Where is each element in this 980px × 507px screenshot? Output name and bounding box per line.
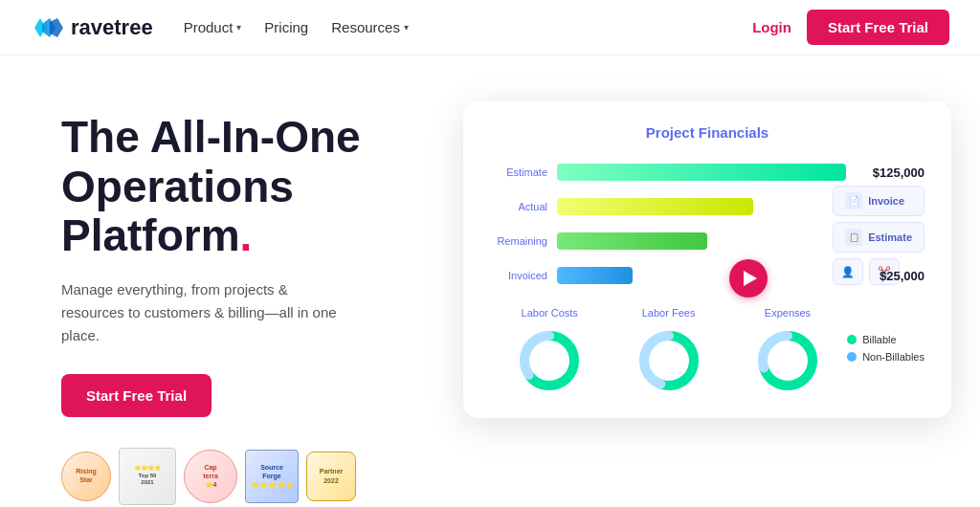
logo[interactable]: ravetree xyxy=(31,14,153,41)
actual-bar-wrap xyxy=(557,198,846,215)
legend-billable: Billable xyxy=(847,334,924,345)
labor-costs-donut: Labor Costs xyxy=(490,307,609,395)
chevron-down-icon: ▾ xyxy=(404,22,409,33)
estimate-value: $125,000 xyxy=(856,165,924,180)
invoice-button[interactable]: 📄 Invoice xyxy=(833,186,924,216)
remaining-label: Remaining xyxy=(490,235,547,247)
invoiced-label: Invoiced xyxy=(490,270,547,281)
badge-partner: Partner2022 xyxy=(306,452,356,501)
hero-right: Project Financials 📄 Invoice 📋 Estimate … xyxy=(463,101,951,418)
labor-fees-label: Labor Fees xyxy=(642,307,696,319)
badge-capterra: Capterra⭐4 xyxy=(184,450,237,503)
hero-subtitle: Manage everything, from projects & resou… xyxy=(61,278,348,347)
navbar: ravetree Product ▾ Pricing Resources ▾ L… xyxy=(0,0,980,55)
badge-rising-star: RisingStar xyxy=(61,452,111,501)
nav-resources[interactable]: Resources ▾ xyxy=(331,19,409,35)
dashboard-card: Project Financials 📄 Invoice 📋 Estimate … xyxy=(463,101,951,418)
nonbillable-dot xyxy=(847,352,857,362)
estimate-row: Estimate $125,000 xyxy=(490,160,924,185)
logo-icon xyxy=(31,14,65,41)
invoiced-value: $25,000 xyxy=(856,269,924,283)
actual-bar xyxy=(557,198,753,215)
invoiced-bar xyxy=(557,267,633,284)
labor-costs-label: Labor Costs xyxy=(522,307,578,319)
actual-label: Actual xyxy=(490,201,547,212)
nav-trial-button[interactable]: Start Free Trial xyxy=(807,10,949,45)
nav-product[interactable]: Product ▾ xyxy=(184,19,242,35)
badge-sourceforge: SourceForge⭐⭐⭐⭐⭐ xyxy=(245,450,299,503)
hero-section: The All-In-One Operations Platform. Mana… xyxy=(0,55,980,507)
chevron-down-icon: ▾ xyxy=(236,22,241,33)
login-button[interactable]: Login xyxy=(752,19,791,35)
invoiced-row: Invoiced $25,000 xyxy=(490,263,924,288)
hero-left: The All-In-One Operations Platform. Mana… xyxy=(61,101,425,507)
nav-right: Login Start Free Trial xyxy=(752,10,949,45)
estimate-bar-wrap xyxy=(557,164,846,181)
remaining-bar xyxy=(557,232,707,250)
expenses-donut: Expenses xyxy=(728,307,847,395)
billable-dot xyxy=(847,335,857,344)
nav-left: ravetree Product ▾ Pricing Resources ▾ xyxy=(31,14,409,41)
hero-title: The All-In-One Operations Platform. xyxy=(61,113,425,261)
remaining-bar-wrap xyxy=(557,232,846,250)
hero-trial-button[interactable]: Start Free Trial xyxy=(61,374,212,417)
expenses-chart xyxy=(753,326,822,395)
estimate-icon: 📋 xyxy=(845,229,862,246)
expenses-label: Expenses xyxy=(765,307,811,319)
labor-costs-chart xyxy=(515,326,584,395)
play-button[interactable] xyxy=(729,259,768,298)
estimate-bar xyxy=(557,164,846,181)
nav-links: Product ▾ Pricing Resources ▾ xyxy=(184,19,409,35)
legend-nonbillable: Non-Billables xyxy=(847,351,924,363)
labor-fees-donut: Labor Fees xyxy=(609,307,727,395)
badge-top50: ⭐⭐⭐⭐Top 502021 xyxy=(119,448,176,505)
nav-pricing[interactable]: Pricing xyxy=(264,19,308,35)
logo-text: ravetree xyxy=(71,15,153,40)
labor-fees-chart xyxy=(635,326,703,395)
donut-section: Labor Costs Labor Fees xyxy=(490,307,924,395)
estimate-label: Estimate xyxy=(490,166,547,178)
invoiced-bar-wrap xyxy=(557,267,846,284)
badges-row-1: RisingStar ⭐⭐⭐⭐Top 502021 Capterra⭐4 Sou… xyxy=(61,448,425,505)
invoice-icon: 📄 xyxy=(845,192,862,209)
card-title: Project Financials xyxy=(490,124,924,141)
donut-legend: Billable Non-Billables xyxy=(847,307,924,363)
estimate-button[interactable]: 📋 Estimate xyxy=(833,222,924,253)
